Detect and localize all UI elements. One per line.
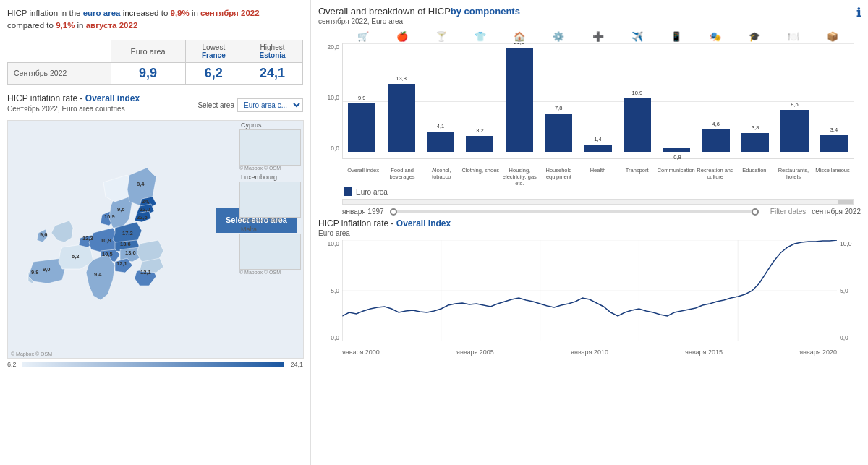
label-restaurants: Restaurants, hotels xyxy=(774,166,813,187)
scrollbar[interactable] xyxy=(342,199,854,205)
bar-chart-area: 20,0 10,0 0,0 9,913,84,13,221,17,81,410,… xyxy=(318,43,861,166)
col-lowest: Lowest France xyxy=(185,40,242,62)
estonia-label: 24, xyxy=(142,198,149,205)
bar-col-12: 3,4 xyxy=(814,43,854,152)
ireland-label: 9,6 xyxy=(40,231,47,238)
bar-pos-9: 4,6 xyxy=(702,129,730,152)
bar-value-5: 7,8 xyxy=(545,105,572,111)
headline: HICP inflation in the euro area increase… xyxy=(7,7,303,33)
sweden-label: 9,6 xyxy=(117,206,124,213)
label-alcohol: Alcohol, tobacco xyxy=(422,166,461,187)
slider-thumb-left[interactable] xyxy=(390,208,397,216)
area-dropdown[interactable]: Euro area c... xyxy=(237,98,303,112)
x-axis-labels: января 2000 января 2005 января 2010 янва… xyxy=(342,349,837,356)
bar-pos-10: 3,8 xyxy=(741,133,769,152)
austria-label: 10,5 xyxy=(102,251,113,257)
date-from: января 1997 xyxy=(342,208,384,216)
spain-label: 9,0 xyxy=(43,266,50,273)
bar-neg-8: -0,8 xyxy=(663,148,690,152)
bar-col-4: 21,1 xyxy=(500,43,539,152)
bar-col-5: 7,8 xyxy=(539,43,578,152)
color-scale: 6,2 24,1 xyxy=(7,361,303,368)
uk-path[interactable] xyxy=(51,221,73,242)
bar-value-10: 3,8 xyxy=(741,124,769,131)
label-housing: Housing, electricity, gas etc. xyxy=(500,166,539,187)
legend-square xyxy=(344,187,352,196)
bar-pos-5: 7,8 xyxy=(545,114,572,152)
mini-map-cyprus: Cyprus © Mapbox © OSM xyxy=(239,121,303,171)
date-to: сентября 2022 xyxy=(812,208,861,216)
headline-text3: in xyxy=(192,9,198,17)
info-icon[interactable]: ℹ xyxy=(856,6,861,20)
france-label: 6,2 xyxy=(72,253,79,260)
icon-housing: 🏠 xyxy=(500,31,539,42)
europe-map[interactable]: 9,8 9,0 6,2 9,6 10,9 12,3 10,9 9,6 8,4 2… xyxy=(7,120,304,359)
right-panel: Overall and breakdown of HICPby componen… xyxy=(311,0,868,465)
label-overall: Overall index xyxy=(344,166,383,187)
icon-row: 🛒 🍎 🍸 👕 🏠 ⚙️ ➕ ✈️ 📱 🎭 🎓 🍽️ 📦 xyxy=(344,31,852,42)
bar-col-0: 9,9 xyxy=(342,43,381,152)
bar-value-neg-8: -0,8 xyxy=(663,154,690,161)
germany-label: 10,9 xyxy=(101,237,111,244)
line-chart-title: HICP inflation rate - Overall index xyxy=(318,218,861,229)
label-row: Overall index Food and beverages Alcohol… xyxy=(344,166,852,187)
bar-value-7: 10,9 xyxy=(624,90,651,96)
headline-value2: 9,1% xyxy=(56,21,75,30)
bar-value-12: 3,4 xyxy=(820,127,848,133)
bars-container: 9,913,84,13,221,17,81,410,9-0,84,63,88,5… xyxy=(342,43,854,163)
label-misc: Miscellaneous xyxy=(813,166,852,187)
bar-col-8: -0,8 xyxy=(657,43,696,152)
scrollbar-thumb[interactable] xyxy=(838,200,853,204)
select-area-label: Select area xyxy=(197,101,234,109)
benelux-label: 12,3 xyxy=(82,235,93,242)
icon-health: ➕ xyxy=(578,31,617,42)
x-label-2020: января 2020 xyxy=(799,349,837,356)
label-education: Education xyxy=(735,166,774,187)
headline-text5: in xyxy=(77,21,84,30)
bar-pos-0: 9,9 xyxy=(348,103,375,153)
bar-pos-1: 13,8 xyxy=(388,84,415,152)
label-household: Household equipment xyxy=(539,166,578,187)
czech-label: 13,6 xyxy=(120,241,131,247)
bar-col-1: 13,8 xyxy=(381,43,420,152)
icon-restaurants: 🍽️ xyxy=(774,31,813,42)
icon-overall: 🛒 xyxy=(344,31,383,42)
y-axis: 20,0 10,0 0,0 xyxy=(318,43,342,159)
bar-col-9: 4,6 xyxy=(697,43,736,152)
denmark-label: 10,9 xyxy=(104,213,115,220)
stats-table: Euro area Lowest France Highest Estonia … xyxy=(7,40,303,85)
bar-value-3: 3,2 xyxy=(466,127,493,134)
latvia-label: 22,0 xyxy=(140,206,150,213)
bar-col-10: 3,8 xyxy=(736,43,775,152)
bar-value-11: 8,5 xyxy=(780,101,808,108)
greece-label: 12,1 xyxy=(140,269,151,276)
headline-date1: сентября 2022 xyxy=(200,9,260,17)
icon-communication: 📱 xyxy=(657,31,696,42)
finland-label: 8,4 xyxy=(137,181,145,187)
y-label-0: 0,0 xyxy=(318,145,342,152)
bar-value-9: 4,6 xyxy=(702,121,730,127)
y-right-0: 0,0 xyxy=(837,334,861,341)
mini-map-malta: Malta © Mapbox © OSM xyxy=(239,225,303,275)
portugal-label: 9,8 xyxy=(31,269,38,276)
icon-alcohol: 🍸 xyxy=(422,31,461,42)
range-slider[interactable] xyxy=(390,210,759,213)
label-transport: Transport xyxy=(618,166,657,187)
bar-pos-12: 3,4 xyxy=(820,135,848,152)
bar-pos-4: 21,1 xyxy=(506,48,533,152)
period-label: Сентябрь 2022 xyxy=(8,62,111,84)
bar-value-4: 21,1 xyxy=(506,43,533,46)
highest-value: 24,1 xyxy=(242,62,303,84)
bar-col-2: 4,1 xyxy=(421,43,460,152)
headline-text2: increased to xyxy=(123,9,169,17)
headline-text4: compared to xyxy=(7,21,54,30)
slider-thumb-right[interactable] xyxy=(752,208,759,216)
italy-label: 9,4 xyxy=(94,271,102,278)
bar-pos-3: 3,2 xyxy=(466,136,493,152)
map-credit: © Mapbox © OSM xyxy=(11,351,52,357)
col-euro-area: Euro area xyxy=(111,40,185,62)
bar-pos-6: 1,4 xyxy=(584,145,612,152)
label-recreation: Recreation and culture xyxy=(696,166,735,187)
x-label-2010: января 2010 xyxy=(571,349,608,356)
y-axis-right: 10,0 5,0 0,0 xyxy=(837,240,861,341)
